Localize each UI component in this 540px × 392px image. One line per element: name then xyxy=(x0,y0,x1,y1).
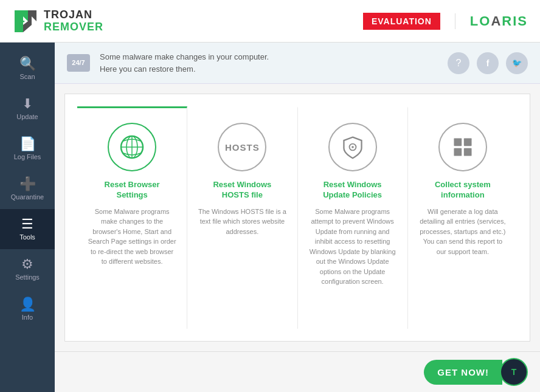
logo-text: TROJAN REMOVER xyxy=(44,9,103,33)
sidebar-item-info[interactable]: 👤 Info xyxy=(0,289,55,329)
sidebar-quarantine-label: Quarantine xyxy=(11,193,44,201)
svg-rect-12 xyxy=(454,148,462,156)
svg-rect-11 xyxy=(464,138,472,146)
sidebar-item-quarantine[interactable]: ➕ Quarantine xyxy=(0,169,55,209)
sidebar-item-settings[interactable]: ⚙ Settings xyxy=(0,249,55,289)
info-icon: 👤 xyxy=(19,298,36,311)
sidebar-logfiles-label: Log Files xyxy=(14,153,41,160)
banner-message: Some malware make changes in your comput… xyxy=(100,51,438,75)
logfiles-icon: 📄 xyxy=(19,137,36,151)
sidebar-item-tools[interactable]: ☰ Tools xyxy=(0,209,55,249)
browser-icon xyxy=(119,134,145,160)
sidebar-update-label: Update xyxy=(16,113,38,120)
svg-rect-13 xyxy=(464,148,472,156)
tool-card-reset-hosts[interactable]: HOSTS Reset WindowsHOSTS file The Window… xyxy=(187,106,297,329)
logo-area: T TROJAN REMOVER xyxy=(12,8,103,35)
banner-line1: Some malware make changes in your comput… xyxy=(100,52,269,61)
browser-card-title: Reset BrowserSettings xyxy=(105,180,160,201)
logo-remover: REMOVER xyxy=(44,21,103,33)
sidebar-scan-label: Scan xyxy=(19,73,35,80)
sidebar-info-label: Info xyxy=(22,314,33,321)
hosts-icon-circle: HOSTS xyxy=(218,123,266,171)
scan-icon: 🔍 xyxy=(19,57,36,70)
windows-icon-circle xyxy=(438,123,487,171)
sidebar: 🔍 Scan ⬇ Update 📄 Log Files ➕ Quarantine… xyxy=(0,43,55,392)
loaris-brand: LOARIS xyxy=(455,13,528,29)
svg-point-9 xyxy=(351,146,354,148)
footer: GET NOW! T xyxy=(55,351,540,392)
logo-trojan: TROJAN xyxy=(44,9,103,21)
sysinfo-card-desc: Will generate a log data detailing all e… xyxy=(418,207,508,257)
browser-icon-circle xyxy=(108,123,156,171)
svg-rect-10 xyxy=(454,138,462,146)
hosts-card-title: Reset WindowsHOSTS file xyxy=(213,180,271,201)
shield-icon-circle xyxy=(328,123,377,171)
hosts-text-icon: HOSTS xyxy=(225,142,260,153)
update-card-desc: Some Malware programs attempt to prevent… xyxy=(308,207,398,287)
get-now-logo-badge: T xyxy=(500,358,528,386)
get-now-container: GET NOW! T xyxy=(424,358,528,386)
twitter-icon-btn[interactable]: 🐦 xyxy=(506,52,528,74)
main-layout: 🔍 Scan ⬇ Update 📄 Log Files ➕ Quarantine… xyxy=(0,43,540,392)
help-icon-btn[interactable]: ? xyxy=(448,52,469,74)
update-card-title: Reset WindowsUpdate Policies xyxy=(323,180,382,201)
sidebar-tools-label: Tools xyxy=(19,233,35,241)
windows-icon xyxy=(451,135,475,159)
svg-text:T: T xyxy=(16,18,25,33)
sysinfo-card-title: Collect systeminformation xyxy=(435,180,491,201)
settings-icon: ⚙ xyxy=(21,258,33,271)
banner-social-icons: ? f 🐦 xyxy=(448,52,528,74)
update-icon: ⬇ xyxy=(22,97,33,111)
sidebar-item-update[interactable]: ⬇ Update xyxy=(0,89,55,129)
sidebar-item-scan[interactable]: 🔍 Scan xyxy=(0,49,55,89)
logo-icon: T xyxy=(12,8,39,35)
hosts-card-desc: The Windows HOSTS file is a text file wh… xyxy=(197,207,287,237)
tool-card-collect-info[interactable]: Collect systeminformation Will generate … xyxy=(408,106,518,329)
tool-card-reset-update[interactable]: Reset WindowsUpdate Policies Some Malwar… xyxy=(298,106,408,329)
facebook-icon-btn[interactable]: f xyxy=(477,52,499,74)
content-area: 24/7 Some malware make changes in your c… xyxy=(55,43,540,392)
sidebar-item-logfiles[interactable]: 📄 Log Files xyxy=(0,129,55,169)
header: T TROJAN REMOVER EVALUATION LOARIS xyxy=(0,0,540,43)
support-badge: 24/7 xyxy=(67,54,90,72)
tools-icon: ☰ xyxy=(21,218,33,231)
browser-card-desc: Some Malware programs make changes to th… xyxy=(87,207,177,267)
quarantine-icon: ➕ xyxy=(19,177,36,191)
shield-icon xyxy=(341,135,365,159)
evaluation-badge: EVALUATION xyxy=(363,13,440,30)
sidebar-settings-label: Settings xyxy=(15,273,40,281)
tool-card-reset-browser[interactable]: Reset BrowserSettings Some Malware progr… xyxy=(77,106,187,329)
tools-grid: Reset BrowserSettings Some Malware progr… xyxy=(64,94,530,342)
get-now-button[interactable]: GET NOW! xyxy=(424,360,502,385)
banner-line2: Here you can restore them. xyxy=(100,64,196,74)
banner: 24/7 Some malware make changes in your c… xyxy=(55,43,540,84)
